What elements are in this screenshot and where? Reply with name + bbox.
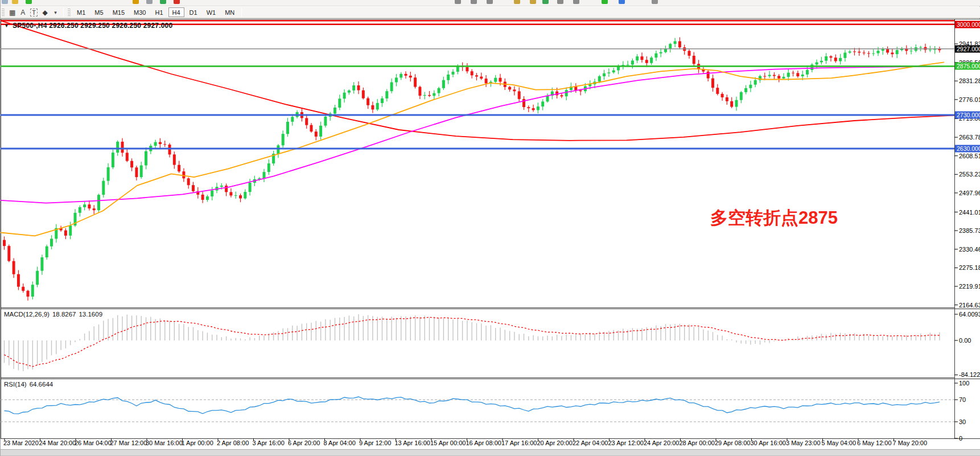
rsi-tick-label: 30 (959, 418, 966, 425)
rsi-tick-label: 0 (959, 435, 962, 442)
price-tick-label: 2219.910 (959, 283, 980, 290)
date-tick-label: 8 Apr 04:00 (324, 439, 356, 446)
price-badge-2630: 2630.000 (955, 145, 980, 153)
date-tick-label: 1 Apr 00:00 (182, 439, 213, 446)
date-tick-label: 3 Apr 16:00 (253, 439, 285, 446)
date-tick-label: 30 Apr 16:00 (751, 439, 786, 446)
date-tick-label: 29 Apr 08:00 (715, 439, 750, 446)
date-tick-label: 2 Apr 08:00 (217, 439, 249, 446)
symbol-dropdown-icon[interactable]: ▼ (4, 23, 9, 28)
date-tick-label: 6 May 12:00 (857, 439, 892, 446)
date-tick-label: 24 Mar 20:00 (39, 439, 76, 446)
rsi-tick-label: 70 (959, 396, 966, 403)
date-tick-label: 3 May 23:00 (786, 439, 821, 446)
date-tick-label: 28 Apr 00:00 (680, 439, 715, 446)
chart-window[interactable]: ▼ SP500-,H4 2926.250 2929.250 2926.250 2… (1, 19, 980, 456)
date-tick-label: 27 Mar 12:00 (110, 439, 147, 446)
price-tick-label: 2608.510 (959, 153, 980, 159)
date-tick-label: 17 Apr 16:00 (501, 439, 537, 446)
mt4-window: ▦AT◆ ▾ M1M5M15M30H1H4D1W1MN ▼ SP500-,H4 … (0, 0, 980, 456)
chart-title: ▼ SP500-,H4 2926.250 2929.250 2926.250 2… (4, 22, 172, 30)
date-tick-label: 22 Apr 04:00 (573, 439, 608, 446)
price-tick-label: 2776.010 (959, 96, 980, 103)
date-tick-label: 20 Apr 20:00 (537, 439, 573, 446)
date-tick-label: 16 Apr 08:00 (466, 439, 501, 446)
date-tick-label: 30 Mar 16:00 (146, 439, 183, 446)
macd-tick-label: 64.0093 (959, 311, 980, 318)
date-tick-label: 13 Apr 16:00 (395, 439, 430, 446)
macd-indicator-label: MACD(12,26,9)18.826713.1609 (4, 311, 105, 318)
date-tick-label: 15 Apr 00:00 (430, 439, 466, 446)
price-badge-3000: 3000.000 (955, 20, 980, 28)
horizontal-scrollbar[interactable] (1, 449, 980, 456)
date-tick-label: 23 Apr 12:00 (608, 439, 644, 446)
price-tick-label: 2553.235 (959, 171, 980, 178)
price-badge-2875: 2875.000 (955, 63, 980, 70)
price-tick-label: 2663.785 (959, 134, 980, 141)
price-tick-label: 2275.185 (959, 264, 980, 271)
date-tick-label: 7 May 20:00 (893, 439, 928, 446)
macd-tick-label: 0.00 (959, 337, 971, 344)
price-tick-label: 2831.285 (959, 77, 980, 84)
chart-title-text: SP500-,H4 2926.250 2929.250 2926.250 292… (13, 22, 172, 30)
date-tick-label: 24 Apr 20:00 (644, 439, 679, 446)
date-tick-label: 26 Mar 04:00 (75, 439, 112, 446)
price-tick-label: 2497.960 (959, 190, 980, 196)
macd-tick-label: -84.122 (959, 371, 980, 378)
price-badge-2730: 2730.000 (955, 112, 980, 119)
price-tick-label: 2385.735 (959, 227, 980, 234)
chart-annotation-text: 多空转折点2875 (710, 206, 838, 230)
rsi-indicator-label: RSI(14)64.6644 (4, 381, 56, 388)
price-badge-2927: 2927.000 (955, 45, 980, 52)
rsi-tick-label: 100 (959, 380, 969, 387)
date-tick-label: 5 May 04:00 (822, 439, 857, 446)
date-tick-label: 23 Mar 2020 (3, 439, 39, 446)
date-tick-label: 6 Apr 20:00 (288, 439, 320, 446)
price-tick-label: 2330.460 (959, 246, 980, 253)
date-tick-label: 9 Apr 12:00 (359, 439, 391, 446)
price-tick-label: 2441.010 (959, 209, 980, 216)
price-tick-label: 2164.635 (959, 302, 980, 309)
